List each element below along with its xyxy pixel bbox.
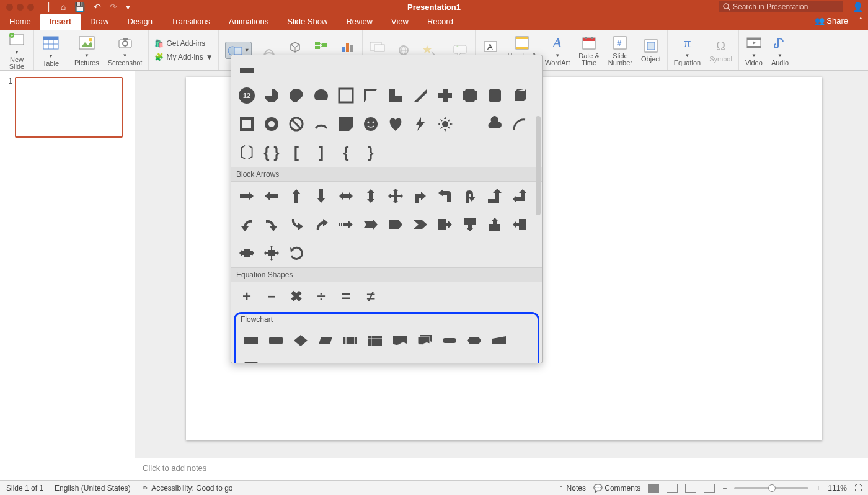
notes-toggle[interactable]: ≐ Notes xyxy=(558,484,586,493)
status-slide[interactable]: Slide 1 of 1 xyxy=(6,484,43,493)
audio-button[interactable]: ▼Audio xyxy=(770,33,790,68)
tab-insert[interactable]: Insert xyxy=(40,14,81,30)
notes-pane[interactable]: Click to add notes xyxy=(135,458,868,480)
home-icon[interactable]: ⌂ xyxy=(61,2,66,12)
window-controls[interactable] xyxy=(0,4,40,11)
arrow-bent[interactable] xyxy=(410,185,431,207)
arrow-callout-lr[interactable] xyxy=(236,243,257,264)
comments-toggle[interactable]: 💬 Comments xyxy=(593,484,640,493)
symbol-button[interactable]: ΩSymbol xyxy=(708,36,733,64)
object-button[interactable]: Object xyxy=(640,36,662,64)
zoom-in[interactable]: + xyxy=(816,484,820,493)
eq-divide[interactable]: ÷ xyxy=(311,286,332,307)
tab-animations[interactable]: Animations xyxy=(219,14,278,30)
save-icon[interactable]: 💾 xyxy=(74,2,85,12)
arrow-left[interactable] xyxy=(261,185,282,207)
shape-left-bracket[interactable]: [ xyxy=(286,142,307,163)
qat-more-icon[interactable]: ▾ xyxy=(126,2,130,12)
arrow-callout-left[interactable] xyxy=(509,214,530,235)
undo-icon[interactable]: ↶ xyxy=(94,2,101,12)
fc-predefined[interactable] xyxy=(340,330,361,351)
shape-moon[interactable] xyxy=(459,114,480,135)
fc-preparation[interactable] xyxy=(464,330,485,351)
arrow-up-down[interactable] xyxy=(360,185,381,207)
video-button[interactable]: ▼Video xyxy=(744,33,764,68)
fc-alt-process[interactable] xyxy=(265,330,286,351)
shape-no-symbol[interactable] xyxy=(286,114,307,135)
shape-folded-corner[interactable] xyxy=(335,114,356,135)
view-sorter[interactable] xyxy=(666,484,678,493)
thumb-preview[interactable] xyxy=(15,77,123,138)
shape-arc2[interactable] xyxy=(509,114,530,135)
tab-draw[interactable]: Draw xyxy=(81,14,118,30)
tab-design[interactable]: Design xyxy=(118,14,161,30)
tab-home[interactable]: Home xyxy=(0,14,40,30)
share-button[interactable]: Share xyxy=(815,16,848,25)
my-addins-button[interactable]: 🧩My Add-ins ▼ xyxy=(154,52,213,62)
arrow-left-right[interactable] xyxy=(335,185,356,207)
shape-heart[interactable] xyxy=(385,114,406,135)
arrow-callout-up[interactable] xyxy=(484,214,505,235)
fc-manual-op[interactable] xyxy=(241,355,262,363)
fc-terminator[interactable] xyxy=(439,330,460,351)
arrow-right[interactable] xyxy=(236,185,257,207)
status-language[interactable]: English (United States) xyxy=(55,484,131,493)
shape-sun[interactable] xyxy=(435,114,456,135)
user-icon[interactable]: 👤 xyxy=(852,2,863,12)
arrow-curved-up[interactable] xyxy=(311,214,332,235)
eq-equal[interactable]: = xyxy=(335,286,356,307)
slide-thumbnails-panel[interactable]: 1 xyxy=(0,71,135,458)
shape-cross[interactable] xyxy=(435,85,456,106)
screenshot-button[interactable]: ▼ Screenshot xyxy=(107,33,144,68)
view-slideshow[interactable] xyxy=(704,484,715,493)
shape-double-brace[interactable]: { } xyxy=(261,142,282,163)
close-dot[interactable] xyxy=(6,4,13,11)
shape-chord[interactable] xyxy=(311,85,332,106)
arrow-notched-right[interactable] xyxy=(360,214,381,235)
new-slide-button[interactable]: + ▼ New Slide xyxy=(5,29,29,71)
shape-double-bracket[interactable]: 〔〕 xyxy=(236,142,257,163)
arrow-callout-quad[interactable] xyxy=(261,243,282,264)
zoom-slider[interactable] xyxy=(734,487,808,489)
arrow-curved-down[interactable] xyxy=(286,214,307,235)
tab-transitions[interactable]: Transitions xyxy=(162,14,219,30)
thumb-slide-1[interactable]: 1 xyxy=(5,77,130,138)
arrow-bent2[interactable] xyxy=(435,185,456,207)
shape-pie[interactable] xyxy=(261,85,282,106)
fit-to-window[interactable]: ⛶ xyxy=(854,484,862,493)
search-box[interactable]: Search in Presentation xyxy=(719,1,843,12)
collapse-ribbon-icon[interactable]: ˄ xyxy=(859,16,863,25)
arrow-curved-right[interactable] xyxy=(261,214,282,235)
shape-cloud[interactable] xyxy=(484,114,505,135)
shape-diagonal-stripe[interactable] xyxy=(410,85,431,106)
fc-manual-input[interactable] xyxy=(489,330,510,351)
tab-review[interactable]: Review xyxy=(337,14,382,30)
shape-dodecagon[interactable]: 12 xyxy=(236,85,257,106)
fc-data[interactable] xyxy=(315,330,336,351)
min-dot[interactable] xyxy=(17,4,24,11)
shape-smiley[interactable] xyxy=(360,114,381,135)
shape-l-shape[interactable] xyxy=(385,85,406,106)
wordart-button[interactable]: A▼WordArt xyxy=(544,33,571,68)
get-addins-button[interactable]: 🛍️Get Add-ins xyxy=(154,38,213,48)
eq-minus[interactable]: − xyxy=(261,286,282,307)
redo-icon[interactable]: ↷ xyxy=(110,2,117,12)
fc-decision[interactable] xyxy=(290,330,311,351)
fc-internal-storage[interactable] xyxy=(365,330,386,351)
shape-teardrop[interactable] xyxy=(286,85,307,106)
shape-plaque[interactable] xyxy=(459,85,480,106)
shape-left-brace[interactable]: { xyxy=(335,142,356,163)
table-button[interactable]: ▼ Table xyxy=(39,32,63,68)
max-dot[interactable] xyxy=(27,4,34,11)
shape-frame[interactable] xyxy=(335,85,356,106)
arrow-bent-up[interactable] xyxy=(484,185,505,207)
arrow-left-up[interactable] xyxy=(509,185,530,207)
date-time-button[interactable]: Date & Time xyxy=(577,33,601,68)
shape-half-frame[interactable] xyxy=(360,85,381,106)
arrow-up[interactable] xyxy=(286,185,307,207)
zoom-out[interactable]: − xyxy=(722,484,727,493)
shape-donut[interactable] xyxy=(261,114,282,135)
arrow-curved-left[interactable] xyxy=(236,214,257,235)
tab-record[interactable]: Record xyxy=(418,14,463,30)
shape-bevel[interactable] xyxy=(236,114,257,135)
